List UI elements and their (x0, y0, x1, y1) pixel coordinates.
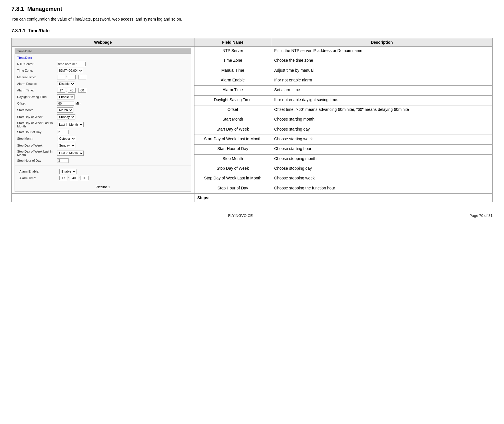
alarm-time-m[interactable] (68, 88, 76, 93)
start-hod-row: Start Hour of Day (15, 129, 191, 135)
subsection-heading: 7.8.1.1 Time/Date (11, 28, 493, 33)
field-name-4: Alarm Time (194, 86, 271, 95)
start-dow-last-label: Start Day of Week Last in Month (17, 121, 57, 128)
desc-3: If or not enable alarm (271, 76, 493, 85)
alarm-time-h[interactable] (57, 88, 65, 93)
alarm-enable-select2[interactable]: Enable (59, 169, 77, 174)
field-name-7: Start Month (194, 115, 271, 125)
screenshot-widget: Time/Date Time/Date NTP Server: Time Zon… (15, 48, 191, 192)
section-heading: 7.8.1 Management (11, 6, 493, 12)
desc-7: Choose starting month (271, 115, 493, 125)
desc-12: Choose stopping day (271, 164, 493, 174)
alarm-time-row2: Alarm Time: : : (17, 175, 189, 181)
start-month-row: Start Month March (15, 107, 191, 113)
stop-dow-select[interactable]: Sunday (57, 143, 75, 148)
desc-0: Fill in the NTP server IP address or Dom… (271, 47, 493, 56)
alarm-enable-row: Alarm Enable: Disable (15, 81, 191, 87)
field-name-9: Start Day of Week Last in Month (194, 135, 271, 144)
desc-10: Choose starting hour (271, 145, 493, 154)
stop-dow-last-label: Stop Day of Week Last in Month (17, 150, 57, 157)
alarm-time-label2: Alarm Time: (19, 176, 59, 180)
time-zone-row: Time Zone: [GMT+09:00] (15, 67, 191, 74)
alarm-enable-row2: Alarm Enable: Enable (17, 168, 189, 175)
desc-11: Choose stopping month (271, 154, 493, 164)
desc-1: Choose the time zone (271, 56, 493, 66)
stop-dow-last-select[interactable]: Last in Month (57, 151, 84, 156)
field-name-13: Stop Day of Week Last in Month (194, 174, 271, 184)
stop-month-select[interactable]: October (57, 136, 76, 141)
intro-text: You can configuration the value of Time/… (11, 17, 493, 21)
start-dow-select[interactable]: Sunday (57, 114, 75, 119)
main-table: Webpage Field Name Description Time/Date… (11, 38, 493, 202)
manual-time-m[interactable] (68, 75, 76, 79)
alarm-time-label: Alarm Time: (17, 89, 57, 92)
min-label: Min. (75, 102, 81, 105)
field-name-10: Start Hour of Day (194, 145, 271, 154)
field-name-12: Stop Day of Week (194, 164, 271, 174)
footer-right: Page 70 of 81 (469, 213, 493, 218)
field-name-0: NTP Server (194, 47, 271, 56)
ntp-server-input[interactable] (57, 62, 86, 66)
offset-row: Offset Min. (15, 101, 191, 106)
stop-month-label: Stop Month (17, 137, 57, 140)
field-name-6: Offset (194, 105, 271, 115)
manual-time-row: Manual Time: : : (15, 74, 191, 80)
alarm-time-h2[interactable] (59, 176, 67, 180)
field-name-2: Manual Time (194, 66, 271, 76)
manual-time-label: Manual Time: (17, 75, 57, 79)
daylight-select[interactable]: Enable (57, 94, 75, 99)
stop-month-row: Stop Month October (15, 135, 191, 142)
start-dow-last-select[interactable]: Last in Month (57, 122, 84, 127)
alarm-time-m2[interactable] (70, 176, 78, 180)
start-hod-label: Start Hour of Day (17, 130, 57, 134)
footer: FLYINGVOICE Page 70 of 81 (11, 213, 493, 218)
steps-webpage-cell (12, 194, 194, 202)
offset-label: Offset (17, 102, 57, 105)
daylight-label: Daylight Saving Time (17, 95, 57, 99)
stop-hod-row: Stop Hour of Day (15, 158, 191, 163)
desc-14: Choose stopping the function hour (271, 184, 493, 193)
stop-hod-label: Stop Hour of Day (17, 159, 57, 162)
field-name-14: Stop Hour of Day (194, 184, 271, 193)
desc-6: Offset time, "-60" means advancing 60min… (271, 105, 493, 115)
picture-caption: Picture 1 (15, 183, 191, 191)
screenshot-section-title: Time/Date (15, 55, 191, 60)
field-name-3: Alarm Enable (194, 76, 271, 85)
alarm-enable-select[interactable]: Disable (57, 81, 75, 86)
start-month-select[interactable]: March (57, 107, 73, 113)
desc-2: Adjust time by manual (271, 66, 493, 76)
field-name-1: Time Zone (194, 56, 271, 66)
col-fieldname: Field Name (194, 38, 271, 47)
time-zone-label: Time Zone: (17, 69, 57, 72)
alarm-section: Alarm Enable: Enable Alarm Time: : (15, 167, 191, 183)
manual-time-h[interactable] (57, 75, 65, 79)
webpage-screenshot-cell: Time/Date Time/Date NTP Server: Time Zon… (12, 47, 194, 194)
ntp-server-row: NTP Server: (15, 61, 191, 67)
alarm-enable-label2: Alarm Enable: (19, 170, 59, 173)
col-webpage: Webpage (12, 38, 194, 47)
desc-9: Choose starting week (271, 135, 493, 144)
desc-8: Choose starting day (271, 125, 493, 135)
field-name-11: Stop Month (194, 154, 271, 164)
desc-5: If or not enable daylight saving time. (271, 95, 493, 105)
start-month-label: Start Month (17, 108, 57, 112)
start-dow-last-row: Start Day of Week Last in Month Last in … (15, 121, 191, 129)
alarm-time-s[interactable] (78, 88, 86, 93)
stop-hod-input[interactable] (57, 158, 69, 163)
footer-center: FLYINGVOICE (228, 213, 253, 218)
field-name-5: Daylight Saving Time (194, 95, 271, 105)
alarm-time-row: Alarm Time: : : (15, 87, 191, 93)
daylight-row: Daylight Saving Time Enable (15, 94, 191, 100)
start-hod-input[interactable] (57, 130, 69, 134)
start-dow-row: Start Day of Week Sunday (15, 114, 191, 120)
alarm-enable-label: Alarm Enable: (17, 82, 57, 85)
time-zone-select[interactable]: [GMT+09:00] (57, 68, 83, 73)
col-description: Description (271, 38, 493, 47)
steps-cell: Steps: (194, 194, 492, 202)
field-name-8: Start Day of Week (194, 125, 271, 135)
offset-input[interactable] (57, 101, 74, 106)
manual-time-s[interactable] (78, 75, 86, 79)
start-dow-label: Start Day of Week (17, 115, 57, 119)
desc-4: Set alarm time (271, 86, 493, 95)
alarm-time-s2[interactable] (81, 176, 89, 180)
